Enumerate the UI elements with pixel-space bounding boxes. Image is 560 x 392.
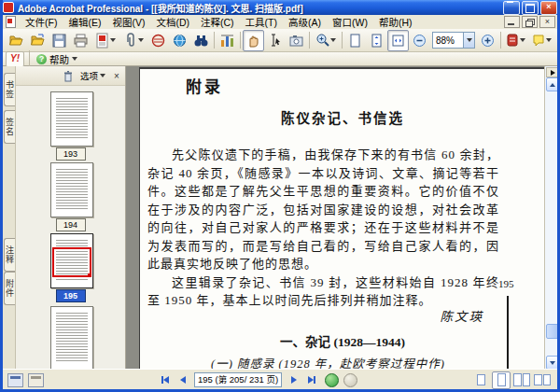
- help-button[interactable]: ? 帮助: [32, 51, 82, 67]
- hand-tool-button[interactable]: [243, 30, 264, 51]
- facing-icon: [543, 374, 552, 385]
- search-button[interactable]: [190, 30, 212, 51]
- open-button[interactable]: [6, 30, 27, 51]
- maximize-button[interactable]: [522, 1, 539, 15]
- tab-signatures[interactable]: 签名: [4, 110, 15, 144]
- scrollbar-thumb[interactable]: [546, 324, 559, 339]
- menu-help[interactable]: 帮助(H): [373, 14, 418, 30]
- doc-minimize-button[interactable]: [504, 16, 520, 28]
- last-page-button[interactable]: [302, 371, 320, 388]
- pages-panel: 选项 × 193 194 195: [16, 66, 126, 369]
- menu-tools[interactable]: 工具(T): [240, 14, 283, 30]
- web-capture-button[interactable]: [169, 30, 190, 51]
- fit-page-button[interactable]: [366, 30, 387, 51]
- close-icon: ×: [541, 1, 556, 13]
- thumbnail-page-194[interactable]: [50, 162, 93, 217]
- pages-panel-header: 选项 ×: [16, 66, 125, 86]
- stamp-icon: [150, 33, 166, 49]
- review-stamp-button[interactable]: [147, 30, 169, 51]
- previous-view-button[interactable]: [325, 373, 339, 387]
- pdf-document-icon[interactable]: [6, 16, 16, 28]
- fit-width-button[interactable]: [387, 30, 409, 51]
- zoom-level-combo[interactable]: 88%: [432, 32, 475, 49]
- title-bar: Adobe Acrobat Professional - [[我所知道的陈仪].…: [0, 0, 560, 15]
- trash-icon[interactable]: [63, 70, 74, 82]
- page-size-icon[interactable]: [7, 373, 23, 387]
- close-button[interactable]: ×: [540, 1, 557, 15]
- pane-toggle-button[interactable]: [546, 67, 559, 77]
- next-view-button[interactable]: [343, 373, 357, 387]
- dropdown-arrow-icon: [330, 38, 336, 42]
- globe-icon: [172, 33, 188, 49]
- thumbnail-page-193[interactable]: [50, 91, 93, 147]
- ink-tool-button[interactable]: [555, 30, 560, 51]
- status-bar: 195 (第 205/ 231 页): [3, 369, 557, 390]
- create-pdf-button[interactable]: [91, 30, 119, 51]
- page-view-rectangle[interactable]: [52, 247, 91, 277]
- minimize-icon: [507, 1, 513, 3]
- review-tracker-button[interactable]: [503, 30, 529, 51]
- fit-width-icon: [390, 33, 406, 49]
- floppy-disk-icon: [51, 33, 67, 49]
- tab-bookmarks[interactable]: 书签: [4, 73, 15, 106]
- scroll-up-button[interactable]: [546, 77, 559, 91]
- single-page-layout-button[interactable]: [471, 371, 490, 389]
- facing-layout-button[interactable]: [533, 371, 552, 389]
- doc-close-button[interactable]: ×: [539, 16, 555, 28]
- document-pane[interactable]: 附录 陈仪杂记、书信选 先父陈仪遗下的手稿，由我保存下来的有书信 60 余封，杂…: [126, 66, 544, 369]
- next-page-button[interactable]: [285, 371, 302, 388]
- continuous-layout-button[interactable]: [492, 371, 511, 389]
- thumbnail-label-195[interactable]: 195: [56, 289, 86, 302]
- acrobat-app-icon: [3, 2, 14, 13]
- thumbnail-label-194[interactable]: 194: [56, 218, 86, 231]
- tab-attachments[interactable]: 附件: [4, 272, 15, 305]
- folder-arrow-icon: [30, 33, 46, 49]
- actual-size-button[interactable]: [344, 30, 366, 51]
- menu-edit[interactable]: 编辑(E): [63, 14, 106, 30]
- pdf-page[interactable]: 附录 陈仪杂记、书信选 先父陈仪遗下的手稿，由我保存下来的有书信 60 余封，杂…: [139, 67, 544, 369]
- save-a-copy-button[interactable]: [27, 30, 49, 51]
- zoom-out-button[interactable]: [409, 30, 430, 51]
- print-button[interactable]: [70, 30, 91, 51]
- zoom-combo-dropdown[interactable]: [463, 33, 474, 48]
- menu-comments[interactable]: 注释(C): [195, 14, 240, 30]
- minimize-button[interactable]: [503, 1, 520, 15]
- organizer-icon: [219, 33, 235, 49]
- save-button[interactable]: [49, 30, 70, 51]
- menu-file[interactable]: 文件(F): [20, 14, 63, 30]
- thumbnail-label-193[interactable]: 193: [56, 147, 86, 161]
- page-number-field[interactable]: 195 (第 205/ 231 页): [194, 372, 282, 387]
- zoom-tool-button[interactable]: [312, 30, 340, 51]
- view-rect-handle[interactable]: [88, 273, 91, 277]
- snapshot-tool-button[interactable]: [286, 30, 307, 51]
- note-tool-button[interactable]: [529, 30, 555, 51]
- thumbnail-page-next-partial[interactable]: [50, 306, 93, 369]
- menu-window[interactable]: 窗口(W): [327, 14, 373, 30]
- secondary-toolbar: Y! ? 帮助: [3, 52, 557, 66]
- continuous-facing-layout-button[interactable]: [512, 371, 531, 389]
- previous-page-button[interactable]: [174, 371, 191, 388]
- scroll-down-button[interactable]: [546, 356, 559, 370]
- body-text: 先父陈仪遗下的手稿，由我保存下来的有书信 60 余封，杂记 40 余页，《随感录…: [147, 146, 499, 310]
- tab-comments[interactable]: 注释: [4, 238, 15, 272]
- thumbnail-page-195[interactable]: [50, 233, 93, 288]
- menu-document[interactable]: 文档(D): [150, 14, 195, 30]
- thumbnail-content: [56, 169, 88, 211]
- vertical-scrollbar[interactable]: [544, 66, 558, 369]
- zoom-in-button[interactable]: [477, 30, 498, 51]
- doc-close-icon: ×: [545, 17, 550, 26]
- first-page-button[interactable]: [156, 371, 174, 388]
- yahoo-toolbar-button[interactable]: Y!: [6, 51, 24, 67]
- note-icon: [532, 33, 545, 48]
- window-title: Adobe Acrobat Professional - [[我所知道的陈仪].…: [18, 1, 501, 15]
- select-tool-button[interactable]: [264, 30, 286, 51]
- organizer-button[interactable]: [217, 30, 238, 51]
- panel-close-button[interactable]: ×: [111, 71, 122, 81]
- menu-advanced[interactable]: 高级(A): [283, 14, 327, 30]
- doc-restore-button[interactable]: [522, 16, 538, 28]
- paragraph-1: 先父陈仪遗下的手稿，由我保存下来的有书信 60 余封，杂记 40 余页，《随感录…: [147, 146, 499, 273]
- attach-button[interactable]: [119, 30, 147, 51]
- tile-view-icon[interactable]: [28, 373, 44, 387]
- menu-view[interactable]: 视图(V): [106, 14, 150, 30]
- options-menu-button[interactable]: 选项: [77, 67, 108, 84]
